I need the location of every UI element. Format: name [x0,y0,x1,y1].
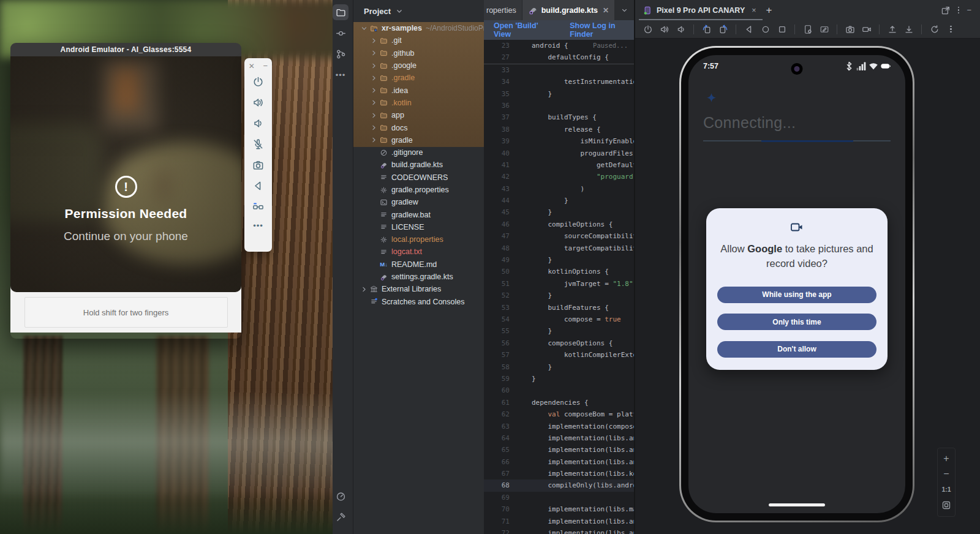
code-line-55[interactable]: 55 } [484,325,634,337]
code-line-45[interactable]: 45 } [484,206,634,218]
code-line-47[interactable]: 47 sourceCompatibility [484,230,634,242]
more-horizontal-icon[interactable]: ••• [253,222,263,230]
power-icon[interactable] [641,23,654,36]
build-hammer-icon[interactable] [333,509,349,525]
chevron-right-icon[interactable] [369,62,379,70]
glasses-icon[interactable] [252,201,264,212]
chevron-right-icon[interactable] [369,124,379,132]
code-line-44[interactable]: 44 } [484,195,634,206]
chevron-right-icon[interactable] [369,37,379,45]
more-vertical-icon[interactable] [944,23,957,36]
code-line-56[interactable]: 56 composeOptions { [484,337,634,349]
chevron-down-icon[interactable] [360,24,369,32]
code-line-41[interactable]: 41 getDefaultPr [484,159,634,171]
tree-item-logcat-txt[interactable]: logcat.txt [353,246,484,258]
code-line-46[interactable]: 46 compileOptions { [484,219,634,230]
tree-item-gradlew-bat[interactable]: gradlew.bat [353,208,484,220]
code-line-51[interactable]: 51 jvmTarget = "1.8" [484,278,634,290]
minimize-icon[interactable]: − [263,62,268,70]
tree-item-settings-gradle-kts[interactable]: settings.gradle.kts [353,271,484,283]
code-line-36[interactable]: 36 [484,100,634,111]
code-line-39[interactable]: 39 isMinifyEnabled [484,135,634,147]
notification-link-show-log-in-finder[interactable]: Show Log in Finder [570,21,634,39]
new-device-tab-button[interactable]: + [766,4,772,17]
code-line-60[interactable]: 60 [484,385,634,396]
code-line-35[interactable]: 35 } [484,88,634,100]
code-line-53[interactable]: 53 buildFeatures { [484,302,634,314]
code-line-42[interactable]: 42 "proguard-ru [484,171,634,182]
snapshot-icon[interactable] [818,23,831,36]
code-line-49[interactable]: 49 } [484,254,634,266]
mic-off-icon[interactable] [252,138,264,150]
chevron-right-icon[interactable] [369,74,379,82]
app-settings-icon[interactable] [801,23,814,36]
code-line-50[interactable]: 50 kotlinOptions { [484,266,634,277]
code-line-59[interactable]: 59} [484,373,634,385]
chevron-right-icon[interactable] [369,111,379,119]
code-line-64[interactable]: 64 implementation(libs.andr [484,432,634,444]
volume-down-icon[interactable] [674,23,687,36]
tree-item-local-properties[interactable]: local.properties [353,233,484,246]
profiler-icon[interactable] [333,488,349,504]
volume-up-icon[interactable] [252,97,264,108]
code-line-38[interactable]: 38 release { [484,124,634,135]
project-folder-icon[interactable] [333,4,349,20]
tree-item-external-libraries[interactable]: External Libraries [353,283,484,295]
tree-item-gradlew[interactable]: gradlew [353,196,484,208]
tree-item-github[interactable]: .github [353,47,484,59]
back-icon[interactable] [252,180,264,192]
tree-item-git[interactable]: .git [353,34,484,47]
phone-screen[interactable]: 7:57 Connecting... [688,55,905,513]
emulator-screen[interactable]: ! Permission Needed Continue on your pho… [10,56,241,292]
power-icon[interactable] [252,76,264,88]
tree-item-xr-samples[interactable]: xr-samples~/AndroidStudioProj [353,22,484,34]
volume-up-icon[interactable] [658,23,671,36]
zoom-actual-size-button[interactable]: 1:1 [941,485,951,494]
minimize-icon[interactable]: − [967,6,971,14]
tree-item-gradle[interactable]: gradle [353,134,484,146]
code-line-71[interactable]: 71 implementation(libs.andr [484,516,634,527]
tree-item-docs[interactable]: docs [353,121,484,134]
code-line-68[interactable]: 68 compileOnly(libs.android [484,479,634,491]
code-line-48[interactable]: 48 targetCompatibility [484,243,634,254]
tree-item-build-gradle-kts[interactable]: build.gradle.kts [353,159,484,171]
code-line-63[interactable]: 63 implementation(composeBo [484,421,634,432]
more-horizontal-icon[interactable]: ••• [333,67,349,83]
code-line-37[interactable]: 37 buildTypes { [484,111,634,123]
tree-item-gradle-properties[interactable]: gradle.properties [353,184,484,196]
zoom-in-button[interactable]: + [943,454,949,463]
zoom-out-button[interactable]: − [943,470,949,478]
tab-build-gradle-kts[interactable]: build.gradle.kts ✕ [522,0,614,20]
code-line-40[interactable]: 40 proguardFiles( [484,148,634,159]
device-tab-pixel-9-pro[interactable]: Pixel 9 Pro API CANARY × [640,0,759,20]
tree-item-codeowners[interactable]: CODEOWNERS [353,171,484,184]
code-line-61[interactable]: 61dependencies { [484,397,634,408]
chevron-right-icon[interactable] [369,99,379,107]
screenshot-icon[interactable] [252,159,264,171]
code-line-27[interactable]: 27 defaultConfig { [484,51,634,63]
code-line-23[interactable]: 23android {Paused... [484,40,634,51]
code-viewer[interactable]: 23android {Paused...27 defaultConfig {33… [484,40,634,534]
permission-button-only-this-time[interactable]: Only this time [717,314,876,330]
code-line-52[interactable]: 52 } [484,290,634,301]
record-icon[interactable] [860,23,873,36]
close-tab-icon[interactable]: ✕ [603,6,609,15]
close-icon[interactable]: ✕ [249,62,255,70]
code-line-70[interactable]: 70 implementation(libs.mate [484,503,634,515]
commit-icon[interactable] [333,25,349,41]
vcs-branch-icon[interactable] [333,46,349,62]
zoom-to-fit-button[interactable] [941,500,951,510]
chevron-right-icon[interactable] [369,49,379,57]
tree-item-gradle[interactable]: .gradle [353,72,484,84]
chevron-right-icon[interactable] [369,86,379,94]
code-line-69[interactable]: 69 [484,492,634,503]
hidden-tabs-chevron-icon[interactable] [620,0,634,20]
tree-item-gitignore[interactable]: .gitignore [353,146,484,159]
overview-icon[interactable] [775,23,788,36]
rotate-left-icon[interactable] [700,23,713,36]
project-panel-header[interactable]: Project [353,0,484,22]
code-line-57[interactable]: 57 kotlinCompilerExtens [484,349,634,361]
upload-icon[interactable] [886,23,899,36]
notification-link-open-build-view[interactable]: Open 'Build' View [494,21,551,39]
code-line-43[interactable]: 43 ) [484,183,634,195]
